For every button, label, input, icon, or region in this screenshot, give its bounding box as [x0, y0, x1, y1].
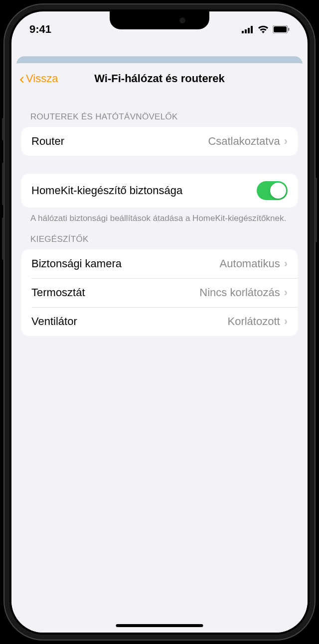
navigation-bar: ‹ Vissza Wi-Fi-hálózat és routerek — [11, 63, 308, 94]
chevron-right-icon: › — [284, 315, 288, 328]
back-label: Vissza — [26, 72, 58, 85]
svg-rect-3 — [251, 26, 253, 33]
home-indicator[interactable] — [116, 624, 203, 627]
power-button — [315, 178, 317, 242]
accessory-label: Ventilátor — [31, 315, 77, 328]
homekit-security-label: HomeKit-kiegészítő biztonsága — [31, 184, 182, 197]
content: ROUTEREK ÉS HATÓTÁVNÖVELŐK Router Csatla… — [11, 94, 308, 336]
status-time: 9:41 — [29, 23, 51, 36]
battery-icon — [273, 25, 290, 33]
cellular-signal-icon — [242, 26, 254, 33]
router-row[interactable]: Router Csatlakoztatva › — [21, 127, 298, 156]
chevron-right-icon: › — [284, 135, 288, 148]
wifi-icon — [258, 25, 269, 33]
router-label: Router — [31, 135, 64, 148]
mute-switch — [2, 118, 4, 140]
security-list: HomeKit-kiegészítő biztonsága — [21, 174, 298, 208]
homekit-security-toggle[interactable] — [257, 181, 288, 200]
accessories-section-header: KIEGÉSZÍTŐK — [21, 224, 298, 249]
svg-rect-0 — [242, 31, 244, 33]
routers-section-header: ROUTEREK ÉS HATÓTÁVNÖVELŐK — [21, 94, 298, 127]
router-value: Csatlakoztatva › — [208, 135, 288, 148]
toggle-knob — [270, 183, 286, 199]
homekit-security-row[interactable]: HomeKit-kiegészítő biztonsága — [21, 174, 298, 208]
volume-down-button — [2, 217, 4, 260]
svg-rect-6 — [288, 28, 290, 31]
chevron-right-icon: › — [284, 286, 288, 299]
volume-up-button — [2, 163, 4, 205]
screen: 9:41 ‹ Vissza Wi-Fi-h — [11, 11, 308, 633]
svg-rect-5 — [274, 26, 287, 32]
back-button[interactable]: ‹ Vissza — [19, 71, 58, 86]
phone-frame: 9:41 ‹ Vissza Wi-Fi-h — [3, 3, 316, 641]
accessory-row-camera[interactable]: Biztonsági kamera Automatikus › — [21, 249, 298, 278]
settings-sheet: ‹ Vissza Wi-Fi-hálózat és routerek ROUTE… — [11, 63, 308, 633]
chevron-left-icon: ‹ — [19, 71, 24, 86]
accessory-label: Termosztát — [31, 286, 85, 299]
accessory-row-thermostat[interactable]: Termosztát Nincs korlátozás › — [21, 278, 298, 307]
accessory-label: Biztonsági kamera — [31, 257, 122, 270]
accessory-row-fan[interactable]: Ventilátor Korlátozott › — [21, 307, 298, 336]
accessories-list: Biztonsági kamera Automatikus › Termoszt… — [21, 249, 298, 336]
accessory-value: Nincs korlátozás › — [199, 286, 288, 299]
page-title: Wi-Fi-hálózat és routerek — [94, 72, 224, 85]
accessory-value: Automatikus › — [220, 257, 288, 270]
accessory-value: Korlátozott › — [228, 315, 288, 328]
chevron-right-icon: › — [284, 257, 288, 270]
routers-list: Router Csatlakoztatva › — [21, 127, 298, 156]
notch — [110, 11, 209, 29]
status-icons — [242, 25, 290, 33]
security-footer: A hálózati biztonsági beállítások átadás… — [21, 208, 298, 224]
svg-rect-1 — [245, 29, 247, 33]
svg-rect-2 — [248, 28, 250, 33]
